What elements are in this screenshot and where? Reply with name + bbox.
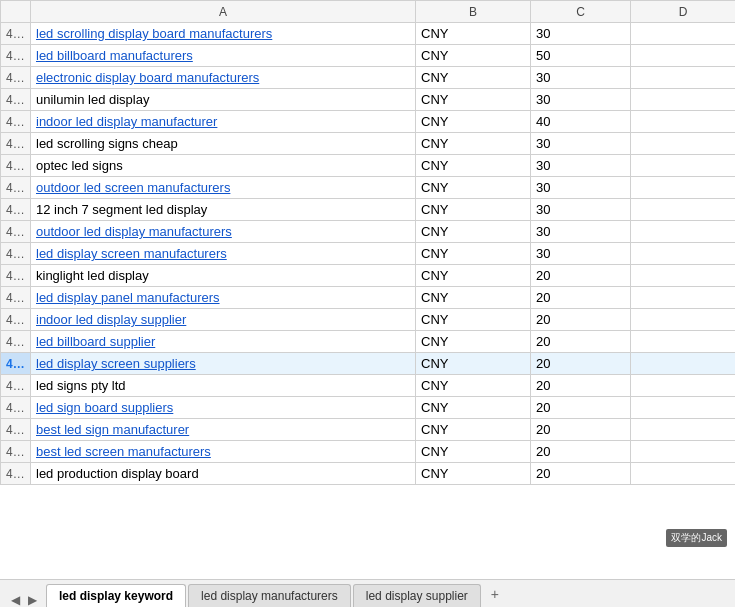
cell-b: CNY bbox=[416, 89, 531, 111]
cell-b: CNY bbox=[416, 265, 531, 287]
table-row: 457led display panel manufacturersCNY20 bbox=[1, 287, 736, 309]
cell-b: CNY bbox=[416, 133, 531, 155]
cell-b: CNY bbox=[416, 441, 531, 463]
cell-b: CNY bbox=[416, 111, 531, 133]
cell-d bbox=[631, 441, 736, 463]
col-header-d[interactable]: D bbox=[631, 1, 736, 23]
cell-c: 30 bbox=[531, 23, 631, 45]
cell-a: kinglight led display bbox=[31, 265, 416, 287]
cell-d bbox=[631, 287, 736, 309]
row-number: 461 bbox=[1, 375, 31, 397]
table-row: 449indoor led display manufacturerCNY40 bbox=[1, 111, 736, 133]
cell-d bbox=[631, 353, 736, 375]
cell-c: 30 bbox=[531, 155, 631, 177]
cell-b: CNY bbox=[416, 397, 531, 419]
cell-b: CNY bbox=[416, 353, 531, 375]
cell-d bbox=[631, 199, 736, 221]
cell-d bbox=[631, 45, 736, 67]
cell-d bbox=[631, 419, 736, 441]
row-number: 458 bbox=[1, 309, 31, 331]
cell-a[interactable]: led billboard manufacturers bbox=[31, 45, 416, 67]
cell-a: led scrolling signs cheap bbox=[31, 133, 416, 155]
nav-right-icon[interactable]: ▶ bbox=[25, 593, 40, 607]
cell-b: CNY bbox=[416, 221, 531, 243]
row-number: 457 bbox=[1, 287, 31, 309]
cell-a[interactable]: indoor led display supplier bbox=[31, 309, 416, 331]
cell-a[interactable]: led display screen suppliers bbox=[31, 353, 416, 375]
col-header-a[interactable]: A bbox=[31, 1, 416, 23]
cell-b: CNY bbox=[416, 45, 531, 67]
table-row: 462led sign board suppliersCNY20 bbox=[1, 397, 736, 419]
cell-b: CNY bbox=[416, 375, 531, 397]
row-number: 454 bbox=[1, 221, 31, 243]
table-row: 465led production display boardCNY20 bbox=[1, 463, 736, 485]
row-number: 453 bbox=[1, 199, 31, 221]
cell-d bbox=[631, 177, 736, 199]
cell-a[interactable]: led sign board suppliers bbox=[31, 397, 416, 419]
sheet-tab[interactable]: led display manufacturers bbox=[188, 584, 351, 607]
col-header-c[interactable]: C bbox=[531, 1, 631, 23]
cell-a[interactable]: electronic display board manufacturers bbox=[31, 67, 416, 89]
cell-d bbox=[631, 67, 736, 89]
row-number: 460 bbox=[1, 353, 31, 375]
table-row: 451optec led signsCNY30 bbox=[1, 155, 736, 177]
tab-add-button[interactable]: + bbox=[483, 582, 507, 606]
table-row: 458indoor led display supplierCNY20 bbox=[1, 309, 736, 331]
spreadsheet-table: A B C D 445led scrolling display board m… bbox=[0, 0, 735, 485]
table-row: 460led display screen suppliersCNY20 bbox=[1, 353, 736, 375]
cell-b: CNY bbox=[416, 309, 531, 331]
row-number: 446 bbox=[1, 45, 31, 67]
table-row: 445led scrolling display board manufactu… bbox=[1, 23, 736, 45]
table-row: 45312 inch 7 segment led displayCNY30 bbox=[1, 199, 736, 221]
cell-c: 20 bbox=[531, 309, 631, 331]
cell-c: 30 bbox=[531, 67, 631, 89]
cell-b: CNY bbox=[416, 287, 531, 309]
cell-a: led signs pty ltd bbox=[31, 375, 416, 397]
cell-a[interactable]: led billboard supplier bbox=[31, 331, 416, 353]
cell-c: 20 bbox=[531, 353, 631, 375]
cell-b: CNY bbox=[416, 419, 531, 441]
cell-a: optec led signs bbox=[31, 155, 416, 177]
cell-a[interactable]: best led screen manufacturers bbox=[31, 441, 416, 463]
row-number: 449 bbox=[1, 111, 31, 133]
table-row: 454outdoor led display manufacturersCNY3… bbox=[1, 221, 736, 243]
cell-c: 50 bbox=[531, 45, 631, 67]
table-row: 452outdoor led screen manufacturersCNY30 bbox=[1, 177, 736, 199]
table-row: 464best led screen manufacturersCNY20 bbox=[1, 441, 736, 463]
sheet-tab[interactable]: led display supplier bbox=[353, 584, 481, 607]
cell-b: CNY bbox=[416, 243, 531, 265]
cell-b: CNY bbox=[416, 331, 531, 353]
cell-d bbox=[631, 111, 736, 133]
cell-a[interactable]: led display screen manufacturers bbox=[31, 243, 416, 265]
cell-b: CNY bbox=[416, 463, 531, 485]
cell-a[interactable]: outdoor led display manufacturers bbox=[31, 221, 416, 243]
cell-a[interactable]: led display panel manufacturers bbox=[31, 287, 416, 309]
cell-d bbox=[631, 89, 736, 111]
sheet-tab[interactable]: led display keyword bbox=[46, 584, 186, 607]
cell-c: 30 bbox=[531, 133, 631, 155]
row-number: 445 bbox=[1, 23, 31, 45]
row-number: 463 bbox=[1, 419, 31, 441]
cell-d bbox=[631, 397, 736, 419]
cell-d bbox=[631, 155, 736, 177]
table-row: 447electronic display board manufacturer… bbox=[1, 67, 736, 89]
cell-b: CNY bbox=[416, 155, 531, 177]
cell-a[interactable]: indoor led display manufacturer bbox=[31, 111, 416, 133]
row-number: 447 bbox=[1, 67, 31, 89]
row-number: 448 bbox=[1, 89, 31, 111]
col-header-b[interactable]: B bbox=[416, 1, 531, 23]
cell-c: 30 bbox=[531, 243, 631, 265]
tab-bar: ◀ ▶ led display keywordled display manuf… bbox=[0, 579, 735, 607]
cell-c: 20 bbox=[531, 463, 631, 485]
column-header-row: A B C D bbox=[1, 1, 736, 23]
nav-left-icon[interactable]: ◀ bbox=[8, 593, 23, 607]
cell-a[interactable]: outdoor led screen manufacturers bbox=[31, 177, 416, 199]
cell-c: 40 bbox=[531, 111, 631, 133]
row-number: 455 bbox=[1, 243, 31, 265]
cell-a[interactable]: led scrolling display board manufacturer… bbox=[31, 23, 416, 45]
cell-d bbox=[631, 23, 736, 45]
cell-c: 20 bbox=[531, 287, 631, 309]
cell-a[interactable]: best led sign manufacturer bbox=[31, 419, 416, 441]
row-number: 459 bbox=[1, 331, 31, 353]
cell-d bbox=[631, 243, 736, 265]
